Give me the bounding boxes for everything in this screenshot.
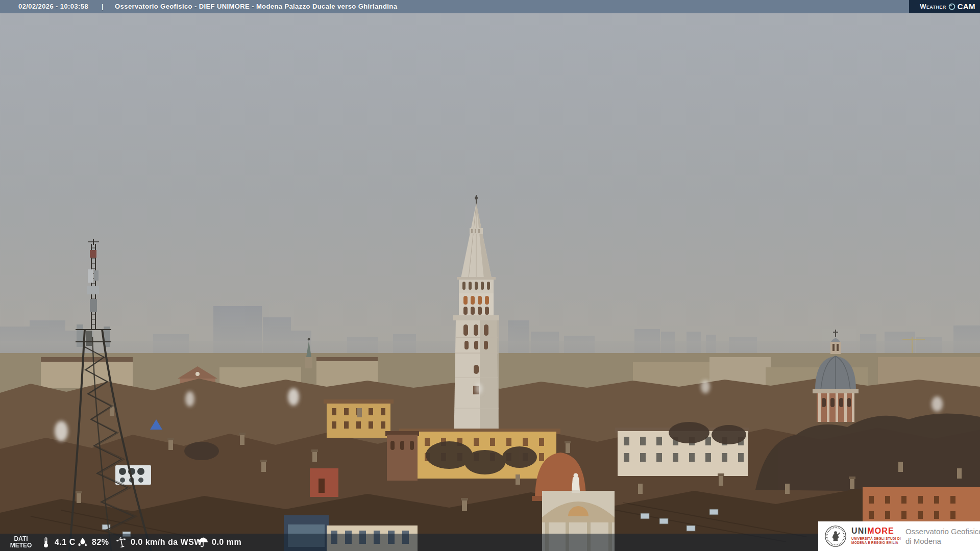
unimore-sub1: UNIVERSITÀ DEGLI STUDI DI bbox=[851, 537, 901, 541]
humidity-value: 82% bbox=[92, 538, 109, 547]
humidity-item: 82% bbox=[77, 534, 109, 551]
timestamp: 02/02/2026 - 10:03:58 bbox=[18, 3, 88, 10]
separator: | bbox=[102, 3, 104, 10]
webcam-frame: 02/02/2026 - 10:03:58 | Osservatorio Geo… bbox=[0, 0, 980, 551]
unimore-uni: UNI bbox=[851, 527, 867, 535]
rain-umbrella-icon bbox=[197, 536, 209, 548]
weathercam-word1: Weather bbox=[920, 3, 946, 10]
wind-anemometer-icon bbox=[115, 536, 128, 548]
rain-item: 0.0 mm bbox=[197, 534, 241, 551]
camera-title: Osservatorio Geofisico - DIEF UNIMORE - … bbox=[115, 3, 397, 10]
humidity-icon bbox=[77, 536, 89, 548]
wind-value: 0.0 km/h da WSW bbox=[131, 538, 202, 547]
webcam-lens-icon bbox=[948, 3, 955, 10]
temperature-value: 4.1 C bbox=[55, 538, 76, 547]
dati-meteo-label: DATI METEO bbox=[5, 534, 37, 551]
observatory-name: Osservatorio Geofisico di Modena bbox=[905, 527, 980, 546]
city-panorama bbox=[0, 0, 980, 551]
temperature-item: 4.1 C bbox=[40, 534, 76, 551]
unimore-more: MORE bbox=[867, 527, 894, 535]
weathercam-logo[interactable]: Weather Cam bbox=[909, 0, 980, 13]
unimore-seal-icon bbox=[824, 525, 847, 547]
unimore-sub2: MODENA E REGGIO EMILIA bbox=[851, 541, 901, 545]
unimore-wordmark: UNIMORE UNIVERSITÀ DEGLI STUDI DI MODENA… bbox=[851, 527, 901, 545]
unimore-brand-box[interactable]: UNIMORE UNIVERSITÀ DEGLI STUDI DI MODENA… bbox=[818, 521, 980, 551]
rain-value: 0.0 mm bbox=[212, 538, 241, 547]
top-status-bar: 02/02/2026 - 10:03:58 | Osservatorio Geo… bbox=[0, 0, 980, 13]
thermometer-icon bbox=[40, 536, 52, 548]
wind-item: 0.0 km/h da WSW bbox=[115, 534, 202, 551]
weathercam-word2: Cam bbox=[958, 2, 975, 11]
